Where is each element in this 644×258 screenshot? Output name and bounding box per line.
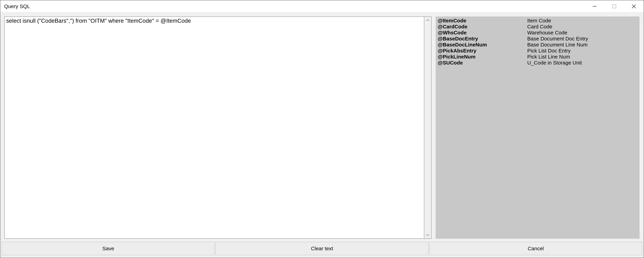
svg-rect-1 (612, 5, 616, 8)
button-row: Save Clear text Cancel (0, 239, 644, 258)
body-area: @ItemCode Item Code @CardCode Card Code … (0, 12, 644, 239)
title-bar: Query SQL (0, 0, 644, 12)
param-name: @ItemCode (438, 17, 527, 23)
sql-editor[interactable] (4, 16, 424, 239)
maximize-icon (612, 4, 616, 8)
clear-button[interactable]: Clear text (216, 242, 428, 255)
parameters-panel: @ItemCode Item Code @CardCode Card Code … (436, 16, 640, 239)
param-name: @PickAbsEntry (438, 48, 527, 54)
param-desc: Base Document Line Num (527, 42, 638, 48)
param-row: @WhsCode Warehouse Code (438, 29, 638, 36)
param-desc: Pick List Line Num (527, 54, 638, 60)
param-desc: Base Document Doc Entry (527, 36, 638, 42)
maximize-button[interactable] (604, 0, 624, 12)
param-name: @PickLineNum (438, 54, 527, 60)
param-row: @PickLineNum Pick List Line Num (438, 54, 638, 60)
close-button[interactable] (624, 0, 644, 12)
close-icon (632, 4, 636, 9)
param-row: @SUCode U_Code in Storage Unit (438, 60, 638, 66)
param-row: @BaseDocEntry Base Document Doc Entry (438, 36, 638, 42)
param-name: @SUCode (438, 60, 527, 66)
param-desc: Item Code (527, 17, 638, 23)
save-button[interactable]: Save (2, 242, 215, 255)
param-row: @BaseDocLineNum Base Document Line Num (438, 42, 638, 48)
param-name: @WhsCode (438, 29, 527, 36)
cancel-button[interactable]: Cancel (429, 242, 642, 255)
editor-container (4, 16, 432, 239)
param-row: @CardCode Card Code (438, 23, 638, 29)
window-title: Query SQL (0, 3, 585, 9)
scroll-down-arrow[interactable] (424, 232, 431, 238)
window-controls (585, 0, 644, 12)
param-row: @PickAbsEntry Pick List Doc Entry (438, 48, 638, 54)
param-desc: Card Code (527, 23, 638, 29)
query-sql-window: Query SQL (0, 0, 644, 258)
scroll-up-arrow[interactable] (424, 17, 431, 23)
editor-scrollbar[interactable] (424, 16, 432, 239)
minimize-icon (592, 4, 597, 8)
param-desc: U_Code in Storage Unit (527, 60, 638, 66)
param-row: @ItemCode Item Code (438, 17, 638, 23)
param-desc: Pick List Doc Entry (527, 48, 638, 54)
param-name: @CardCode (438, 23, 527, 29)
param-desc: Warehouse Code (527, 29, 638, 36)
minimize-button[interactable] (585, 0, 604, 12)
chevron-up-icon (426, 19, 430, 21)
chevron-down-icon (426, 234, 430, 236)
param-name: @BaseDocLineNum (438, 42, 527, 48)
param-name: @BaseDocEntry (438, 36, 527, 42)
